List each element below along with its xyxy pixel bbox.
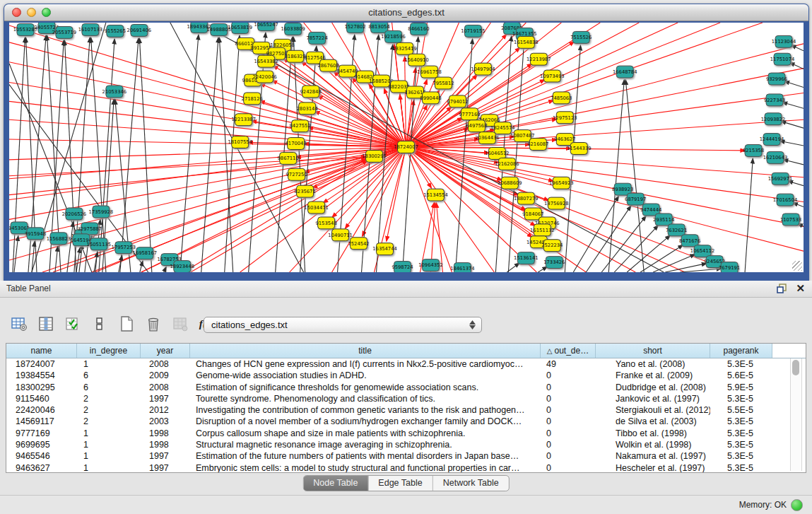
table-row[interactable]: 1456911722003Disruption of a novel membe… <box>6 416 806 427</box>
graph-node[interactable]: 10653819 <box>228 23 252 33</box>
graph-node[interactable]: 6794012 <box>447 95 468 107</box>
row-height-icon[interactable] <box>90 315 109 333</box>
graph-node[interactable]: 10490711 <box>328 229 353 241</box>
graph-node[interactable]: 9153548 <box>315 217 336 229</box>
graph-node[interactable]: 9777169 <box>459 108 480 120</box>
graph-node[interactable]: 10973493 <box>540 70 565 82</box>
graph-node[interactable]: 2803144 <box>297 103 318 115</box>
graph-node[interactable]: 4170043 <box>286 138 307 150</box>
graph-node[interactable]: 20206526 <box>62 208 87 220</box>
graph-node[interactable]: 16354744 <box>372 243 397 255</box>
graph-node[interactable]: 2522234 <box>541 240 563 252</box>
table-row[interactable]: 977716911998Corpus callosum shape and si… <box>6 428 806 439</box>
vertical-scrollbar[interactable] <box>790 358 802 471</box>
graph-node[interactable]: 10719155 <box>461 25 486 37</box>
graph-node[interactable]: 16033809 <box>281 23 305 35</box>
graph-node[interactable]: 9867110 <box>278 152 299 164</box>
graph-node[interactable]: 6216087 <box>527 139 548 151</box>
graph-node[interactable]: 6879197 <box>625 193 646 205</box>
citation-network-graph[interactable]: 1055328724055724205537191610713391552652… <box>9 23 804 272</box>
graph-node[interactable]: 18107554 <box>228 136 252 148</box>
graph-node[interactable]: 18923448 <box>170 261 195 272</box>
table-row[interactable]: 1872400712008Changes of HCN gene express… <box>6 358 806 370</box>
graph-node[interactable]: 11544339 <box>567 143 592 155</box>
graph-node[interactable]: 6497568 <box>466 120 487 132</box>
graph-node[interactable]: 7485063 <box>551 92 572 104</box>
graph-node[interactable]: 10964352 <box>418 259 443 271</box>
graph-node[interactable]: 12444194 <box>760 134 784 146</box>
graph-node[interactable]: 8427552 <box>290 120 311 132</box>
table-select-dropdown[interactable]: citations_edges.txt <box>204 317 482 333</box>
graph-node[interactable]: 20691406 <box>127 24 152 36</box>
graph-node[interactable]: 8186328 <box>285 50 306 62</box>
graph-node[interactable]: 10497904 <box>471 63 495 75</box>
graph-node[interactable]: 2867608 <box>317 59 339 71</box>
graph-node[interactable]: 16648784 <box>613 66 637 78</box>
graph-node[interactable]: 9727250 <box>286 168 307 180</box>
graph-node[interactable]: 11751074 <box>770 53 795 65</box>
graph-node[interactable]: 12093822 <box>761 113 786 125</box>
graph-node[interactable]: 16046512 <box>485 148 510 160</box>
graph-node[interactable]: 11568823 <box>47 233 71 245</box>
graph-node[interactable]: 16543382 <box>254 55 278 67</box>
graph-node[interactable]: 10654112 <box>690 245 715 257</box>
graph-node[interactable]: 15692971 <box>768 173 793 185</box>
select-columns-icon[interactable] <box>64 315 82 333</box>
graph-node[interactable]: 1107533 <box>780 214 801 226</box>
column-header-year[interactable]: year <box>141 344 190 358</box>
table-row[interactable]: 946554611997Estimation of the future num… <box>6 450 806 462</box>
graph-node[interactable]: 9598724 <box>392 262 413 272</box>
column-header-in_degree[interactable]: in_degree <box>77 344 141 358</box>
graph-node[interactable]: 15051135 <box>87 238 112 250</box>
graph-node[interactable]: 7515526 <box>570 31 592 43</box>
new-table-icon[interactable] <box>117 315 136 333</box>
scrollbar-thumb[interactable] <box>792 360 799 375</box>
graph-node[interactable]: 8215358 <box>743 145 764 157</box>
graph-node[interactable]: 7679191 <box>719 262 740 272</box>
table-row[interactable]: 969969511998Structural magnetic resonanc… <box>6 439 806 450</box>
column-header-title[interactable]: title <box>190 344 541 358</box>
table-row[interactable]: 946362711997Embryonic stem cells: a mode… <box>6 462 806 472</box>
graph-node[interactable]: 9227343 <box>764 94 785 106</box>
graph-node[interactable]: 13756928 <box>544 197 569 209</box>
table-row[interactable]: 911546021997Tourette syndrome. Phenomeno… <box>6 393 806 404</box>
table-row[interactable]: 1830029562008Estimation of significance … <box>6 382 806 393</box>
close-panel-icon[interactable]: ✕ <box>796 283 805 294</box>
graph-node[interactable]: 1527802 <box>344 23 365 33</box>
graph-node[interactable]: 32975887 <box>78 223 102 235</box>
graph-node[interactable]: 22420046 <box>252 71 277 83</box>
graph-node[interactable]: 2935114 <box>653 214 674 226</box>
graph-node[interactable]: 20553719 <box>52 26 77 38</box>
graph-node[interactable]: 17359928 <box>89 206 114 218</box>
graph-node[interactable]: 19654923 <box>549 177 574 189</box>
graph-node[interactable]: 8466160 <box>408 23 429 35</box>
graph-node[interactable]: 8990448 <box>420 92 441 104</box>
tab-edge-table[interactable]: Edge Table <box>368 476 433 491</box>
table-row[interactable]: 1938455462009Genome-wide association stu… <box>6 370 806 381</box>
graph-node[interactable]: 13325419 <box>392 42 417 54</box>
graph-node[interactable]: 7524542 <box>348 238 369 250</box>
graph-node[interactable]: 11123044 <box>772 35 796 47</box>
graph-node[interactable]: 16958167 <box>133 247 158 259</box>
graph-node[interactable]: 8235671 <box>295 185 316 197</box>
graph-node[interactable]: 7955812 <box>433 77 454 89</box>
graph-node[interactable]: 16961758 <box>417 66 442 78</box>
graph-node[interactable]: 12162086 <box>495 158 519 170</box>
graph-node[interactable]: 17016504 <box>773 194 798 206</box>
resize-grip-icon[interactable] <box>792 261 802 271</box>
graph-node[interactable]: 16107133 <box>78 23 103 35</box>
tab-network-table[interactable]: Network Table <box>433 476 509 491</box>
graph-node[interactable]: 3915948 <box>25 228 46 240</box>
graph-node[interactable]: 7857224 <box>307 32 328 44</box>
show-columns-icon[interactable] <box>37 315 55 333</box>
graph-node[interactable]: 9329966 <box>766 73 787 85</box>
graph-node[interactable]: 15136141 <box>514 252 539 264</box>
graph-node[interactable]: 18724007 <box>394 141 418 153</box>
graph-node[interactable]: 18461374 <box>450 263 475 272</box>
table-row[interactable]: 2242004622012Investigating the contribut… <box>6 404 806 416</box>
modify-table-icon[interactable] <box>10 315 28 333</box>
graph-node[interactable]: 9242848 <box>300 86 322 98</box>
column-header-out_de[interactable]: △out_de… <box>541 344 596 358</box>
window-titlebar[interactable]: citations_edges.txt <box>4 4 808 21</box>
network-graph-canvas[interactable]: 1055328724055724205537191610713391552652… <box>9 23 804 272</box>
